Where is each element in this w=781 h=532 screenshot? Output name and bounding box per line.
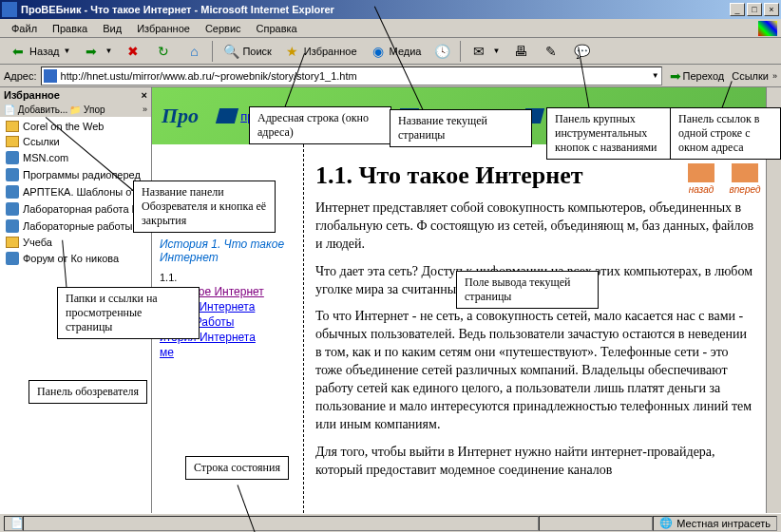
go-button[interactable]: ➡ Переход: [666, 66, 729, 86]
callout-viewport: Поле вывода текущей страницы: [456, 271, 599, 309]
star-icon: ★: [283, 42, 302, 61]
favorites-item-label: Corel on the Web: [23, 121, 104, 132]
search-button[interactable]: 🔍 Поиск: [217, 39, 276, 64]
links-chevron-icon[interactable]: »: [772, 71, 777, 81]
diamond-icon: [216, 108, 238, 124]
stop-icon: ✖: [124, 42, 143, 61]
go-label: Переход: [683, 70, 725, 82]
app-icon: [2, 2, 17, 17]
callout-title: Название текущей страницы: [390, 109, 532, 147]
paragraph: Для того, чтобы выйти в Интернет нужно н…: [315, 444, 754, 480]
status-progress: [539, 516, 653, 531]
toolbar-separator: [460, 41, 461, 62]
link-icon: [6, 168, 19, 181]
mail-dropdown-icon[interactable]: ▼: [492, 47, 500, 55]
page-back-link[interactable]: назад: [684, 163, 718, 195]
favorites-button[interactable]: ★ Избранное: [278, 39, 362, 64]
link-icon: [6, 151, 19, 164]
paragraph: Интернет представляет собой совокупность…: [315, 200, 754, 254]
status-zone: 🌐 Местная интрасеть: [653, 516, 777, 531]
folder-icon: [6, 136, 19, 147]
back-label: Назад: [29, 46, 60, 57]
home-icon: ⌂: [184, 42, 203, 61]
mail-button[interactable]: ✉▼: [465, 39, 505, 64]
favorites-item[interactable]: Лабораторная работа Р: [2, 200, 149, 218]
favorites-item[interactable]: Программы радиоперед: [2, 166, 149, 183]
go-arrow-icon: ➡: [670, 68, 681, 84]
page-nav-arrows: назад вперед: [684, 163, 762, 195]
edit-button[interactable]: ✎: [537, 39, 565, 64]
menu-tools[interactable]: Сервис: [198, 21, 249, 36]
menu-file[interactable]: Файл: [4, 21, 45, 36]
address-input[interactable]: [61, 70, 650, 82]
refresh-button[interactable]: ↻: [149, 39, 178, 64]
back-button[interactable]: ⬅ Назад ▼: [4, 39, 75, 64]
favorites-item-label: Ссылки: [23, 136, 60, 147]
history-button[interactable]: 🕓: [428, 39, 456, 64]
links-label[interactable]: Ссылки: [732, 70, 769, 82]
add-favorite-button[interactable]: 📄 Добавить...: [4, 104, 67, 115]
globe-icon: 🌐: [659, 517, 673, 529]
status-text: [23, 516, 539, 531]
fav-chevron-icon[interactable]: »: [143, 104, 147, 115]
callout-fav-items: Папки и ссылки на просмотренные страницы: [57, 287, 200, 339]
page-forward-link[interactable]: вперед: [728, 163, 762, 195]
favorites-item[interactable]: MSN.com: [2, 149, 149, 166]
menu-bar: Файл Правка Вид Избранное Сервис Справка: [0, 19, 781, 38]
discuss-button[interactable]: 💬: [567, 39, 596, 64]
folder-icon: [6, 237, 19, 248]
link-icon: [6, 252, 19, 265]
favorites-item-label: АРПТЕКА. Шаблоны от: [23, 186, 136, 198]
print-button[interactable]: 🖶: [506, 39, 535, 64]
favorites-item[interactable]: Лабораторные работы: [2, 218, 149, 235]
hand-right-icon: [732, 163, 758, 182]
callout-address: Адресная строка (окно адреса): [249, 106, 391, 144]
print-icon: 🖶: [511, 42, 530, 61]
close-button[interactable]: ×: [764, 3, 779, 16]
discuss-icon: 💬: [572, 42, 591, 61]
media-icon: ◉: [369, 42, 388, 61]
page-content: 1.1. Что такое Интернет Интернет предста…: [304, 144, 766, 513]
toolbar-separator: [212, 41, 213, 62]
organize-favorites-button[interactable]: 📁 Упор: [69, 104, 105, 115]
home-button[interactable]: ⌂: [180, 39, 208, 64]
favorites-item[interactable]: Учеба: [2, 235, 149, 250]
search-icon: 🔍: [221, 42, 240, 61]
favorites-panel-title: Избранное: [4, 89, 60, 101]
stop-button[interactable]: ✖: [119, 39, 147, 64]
callout-panel-title: Название панели Обозревателя и кнопка её…: [133, 180, 276, 233]
search-label: Поиск: [242, 46, 271, 57]
callout-status: Строка состояния: [185, 456, 289, 480]
refresh-icon: ↻: [154, 42, 173, 61]
address-dropdown-icon[interactable]: ▼: [652, 71, 659, 80]
toc-title: История 1. Что такое Интернет: [160, 238, 295, 264]
callout-toolbar: Панель крупных инструментальных кнопок с…: [546, 107, 689, 160]
folder-icon: [6, 121, 19, 132]
ie-logo-icon: [758, 21, 777, 36]
favorites-item-label: MSN.com: [23, 152, 68, 163]
maximize-button[interactable]: □: [747, 3, 762, 16]
menu-favorites[interactable]: Избранное: [129, 21, 198, 36]
favorites-panel-header: Избранное ×: [0, 87, 151, 103]
menu-edit[interactable]: Правка: [45, 21, 95, 36]
favorites-close-button[interactable]: ×: [142, 89, 147, 101]
callout-browser-panel: Панель обозревателя: [29, 380, 147, 404]
link-icon: [6, 202, 19, 216]
favorites-item-label: Лабораторная работа Р: [23, 203, 139, 215]
minimize-button[interactable]: _: [730, 3, 745, 16]
menu-view[interactable]: Вид: [95, 21, 129, 36]
back-arrow-icon: ⬅: [9, 42, 28, 61]
favorites-item[interactable]: Форум от Ко никова: [2, 250, 149, 267]
menu-help[interactable]: Справка: [249, 21, 305, 36]
back-dropdown-icon[interactable]: ▼: [64, 47, 71, 55]
address-input-container[interactable]: ▼: [41, 66, 662, 86]
history-icon: 🕓: [432, 42, 451, 61]
hand-left-icon: [688, 163, 714, 182]
forward-button[interactable]: ➡ ▼: [77, 39, 117, 64]
callout-links: Панель ссылок в одной строке с окном адр…: [670, 107, 781, 160]
link-icon: [6, 185, 19, 199]
mail-icon: ✉: [469, 42, 488, 61]
favorites-item[interactable]: Corel on the Web: [2, 119, 149, 134]
toc-link-5[interactable]: ме: [160, 346, 295, 359]
forward-dropdown-icon[interactable]: ▼: [105, 47, 112, 55]
